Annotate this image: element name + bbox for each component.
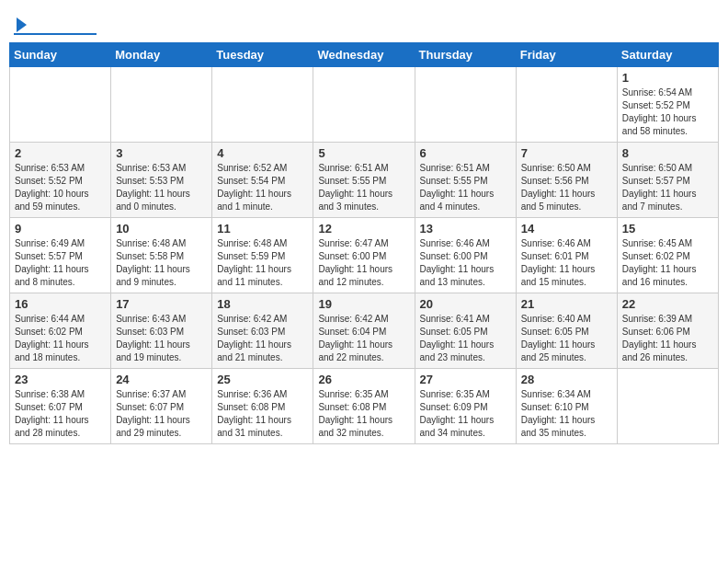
day-info: Sunrise: 6:45 AM Sunset: 6:02 PM Dayligh… [622,237,713,289]
page-header [9,9,719,35]
calendar-cell [415,67,516,143]
day-info: Sunrise: 6:54 AM Sunset: 5:52 PM Dayligh… [622,86,713,138]
day-info: Sunrise: 6:40 AM Sunset: 6:05 PM Dayligh… [521,313,612,364]
calendar-cell: 18Sunrise: 6:42 AM Sunset: 6:03 PM Dayli… [212,293,313,369]
day-number: 5 [318,146,409,160]
day-info: Sunrise: 6:43 AM Sunset: 6:03 PM Dayligh… [116,313,207,364]
calendar-cell: 20Sunrise: 6:41 AM Sunset: 6:05 PM Dayli… [415,293,516,369]
day-number: 4 [217,146,308,160]
logo-underline [14,33,97,35]
day-number: 8 [622,146,713,160]
day-info: Sunrise: 6:41 AM Sunset: 6:05 PM Dayligh… [420,313,511,364]
calendar-cell: 21Sunrise: 6:40 AM Sunset: 6:05 PM Dayli… [516,293,617,369]
day-number: 15 [622,222,713,236]
calendar-cell: 17Sunrise: 6:43 AM Sunset: 6:03 PM Dayli… [111,293,212,369]
calendar-cell [212,67,313,143]
day-info: Sunrise: 6:35 AM Sunset: 6:08 PM Dayligh… [318,388,409,440]
weekday-header-row: SundayMondayTuesdayWednesdayThursdayFrid… [10,43,719,67]
calendar-cell: 27Sunrise: 6:35 AM Sunset: 6:09 PM Dayli… [415,369,516,444]
calendar-cell: 2Sunrise: 6:53 AM Sunset: 5:52 PM Daylig… [10,143,111,218]
calendar-cell: 23Sunrise: 6:38 AM Sunset: 6:07 PM Dayli… [10,369,111,444]
weekday-header-thursday: Thursday [415,43,516,67]
day-number: 14 [521,222,612,236]
calendar-cell: 10Sunrise: 6:48 AM Sunset: 5:58 PM Dayli… [111,218,212,293]
calendar-cell: 25Sunrise: 6:36 AM Sunset: 6:08 PM Dayli… [212,369,313,444]
day-info: Sunrise: 6:48 AM Sunset: 5:59 PM Dayligh… [217,237,308,289]
calendar-cell: 26Sunrise: 6:35 AM Sunset: 6:08 PM Dayli… [313,369,415,444]
day-info: Sunrise: 6:50 AM Sunset: 5:57 PM Dayligh… [622,162,713,213]
calendar-week-row: 2Sunrise: 6:53 AM Sunset: 5:52 PM Daylig… [10,143,719,218]
calendar-cell: 13Sunrise: 6:46 AM Sunset: 6:00 PM Dayli… [415,218,516,293]
calendar-cell: 3Sunrise: 6:53 AM Sunset: 5:53 PM Daylig… [111,143,212,218]
weekday-header-monday: Monday [111,43,212,67]
day-number: 25 [217,373,308,386]
weekday-header-tuesday: Tuesday [212,43,313,67]
day-info: Sunrise: 6:52 AM Sunset: 5:54 PM Dayligh… [217,162,308,213]
calendar-cell: 14Sunrise: 6:46 AM Sunset: 6:01 PM Dayli… [516,218,617,293]
calendar-cell [617,369,718,444]
day-info: Sunrise: 6:35 AM Sunset: 6:09 PM Dayligh… [420,388,511,440]
calendar-cell: 24Sunrise: 6:37 AM Sunset: 6:07 PM Dayli… [111,369,212,444]
calendar-week-row: 16Sunrise: 6:44 AM Sunset: 6:02 PM Dayli… [10,293,719,369]
calendar-week-row: 9Sunrise: 6:49 AM Sunset: 5:57 PM Daylig… [10,218,719,293]
calendar-week-row: 1Sunrise: 6:54 AM Sunset: 5:52 PM Daylig… [10,67,719,143]
calendar-header: SundayMondayTuesdayWednesdayThursdayFrid… [10,43,719,67]
day-info: Sunrise: 6:44 AM Sunset: 6:02 PM Dayligh… [15,313,106,364]
calendar-cell: 19Sunrise: 6:42 AM Sunset: 6:04 PM Dayli… [313,293,415,369]
day-number: 24 [116,373,207,386]
day-info: Sunrise: 6:51 AM Sunset: 5:55 PM Dayligh… [318,162,409,213]
day-info: Sunrise: 6:48 AM Sunset: 5:58 PM Dayligh… [116,237,207,289]
day-number: 10 [116,222,207,236]
day-number: 7 [521,146,612,160]
calendar-cell: 4Sunrise: 6:52 AM Sunset: 5:54 PM Daylig… [212,143,313,218]
weekday-header-saturday: Saturday [617,43,718,67]
day-number: 13 [420,222,511,236]
day-info: Sunrise: 6:49 AM Sunset: 5:57 PM Dayligh… [15,237,106,289]
day-info: Sunrise: 6:42 AM Sunset: 6:03 PM Dayligh… [217,313,308,364]
day-info: Sunrise: 6:53 AM Sunset: 5:52 PM Dayligh… [15,162,106,213]
calendar-cell: 6Sunrise: 6:51 AM Sunset: 5:55 PM Daylig… [415,143,516,218]
day-info: Sunrise: 6:47 AM Sunset: 6:00 PM Dayligh… [318,237,409,289]
calendar-cell: 28Sunrise: 6:34 AM Sunset: 6:10 PM Dayli… [516,369,617,444]
day-number: 28 [521,373,612,386]
day-number: 27 [420,373,511,386]
calendar-cell: 1Sunrise: 6:54 AM Sunset: 5:52 PM Daylig… [617,67,718,143]
logo-arrow-icon [17,17,27,32]
day-info: Sunrise: 6:39 AM Sunset: 6:06 PM Dayligh… [622,313,713,364]
day-info: Sunrise: 6:42 AM Sunset: 6:04 PM Dayligh… [318,313,409,364]
day-info: Sunrise: 6:51 AM Sunset: 5:55 PM Dayligh… [420,162,511,213]
day-number: 23 [15,373,106,386]
weekday-header-sunday: Sunday [10,43,111,67]
day-number: 3 [116,146,207,160]
day-number: 2 [15,146,106,160]
calendar-cell [516,67,617,143]
day-number: 1 [622,71,713,85]
calendar-week-row: 23Sunrise: 6:38 AM Sunset: 6:07 PM Dayli… [10,369,719,444]
day-info: Sunrise: 6:38 AM Sunset: 6:07 PM Dayligh… [15,388,106,440]
day-info: Sunrise: 6:50 AM Sunset: 5:56 PM Dayligh… [521,162,612,213]
day-number: 6 [420,146,511,160]
day-number: 22 [622,297,713,311]
day-number: 9 [15,222,106,236]
weekday-header-friday: Friday [516,43,617,67]
calendar-table: SundayMondayTuesdayWednesdayThursdayFrid… [9,42,719,444]
day-info: Sunrise: 6:46 AM Sunset: 6:00 PM Dayligh… [420,237,511,289]
calendar-cell: 12Sunrise: 6:47 AM Sunset: 6:00 PM Dayli… [313,218,415,293]
day-number: 21 [521,297,612,311]
calendar-cell [111,67,212,143]
weekday-header-wednesday: Wednesday [313,43,415,67]
day-info: Sunrise: 6:53 AM Sunset: 5:53 PM Dayligh… [116,162,207,213]
calendar-cell: 5Sunrise: 6:51 AM Sunset: 5:55 PM Daylig… [313,143,415,218]
day-number: 12 [318,222,409,236]
calendar-cell [313,67,415,143]
calendar-cell: 16Sunrise: 6:44 AM Sunset: 6:02 PM Dayli… [10,293,111,369]
day-number: 18 [217,297,308,311]
day-info: Sunrise: 6:46 AM Sunset: 6:01 PM Dayligh… [521,237,612,289]
calendar-cell: 9Sunrise: 6:49 AM Sunset: 5:57 PM Daylig… [10,218,111,293]
calendar-cell: 11Sunrise: 6:48 AM Sunset: 5:59 PM Dayli… [212,218,313,293]
calendar-body: 1Sunrise: 6:54 AM Sunset: 5:52 PM Daylig… [10,67,719,444]
day-number: 16 [15,297,106,311]
day-info: Sunrise: 6:37 AM Sunset: 6:07 PM Dayligh… [116,388,207,440]
logo [14,14,97,35]
calendar-cell [10,67,111,143]
